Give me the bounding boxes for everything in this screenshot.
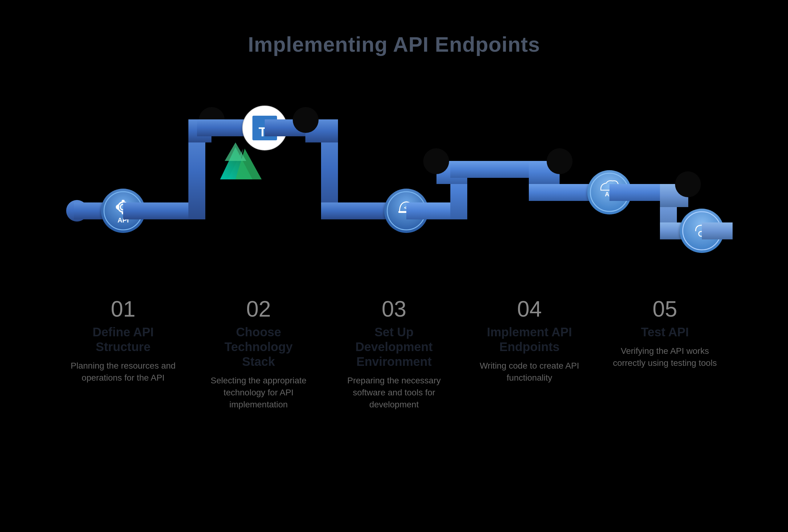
svg-rect-53 (702, 223, 733, 239)
step-3-label: 03 Set UpDevelopmentEnvironment Preparin… (336, 296, 452, 411)
svg-point-37 (423, 148, 449, 174)
step-5-number: 05 (653, 296, 677, 322)
step-1-desc: Planning the resources and operations fo… (65, 360, 182, 384)
main-container: Implementing API Endpoints (25, 20, 763, 512)
svg-point-28 (293, 107, 319, 133)
svg-rect-42 (529, 184, 590, 201)
svg-point-49 (675, 171, 701, 197)
step-2-title: ChooseTechnologyStack (224, 325, 292, 369)
step-3-desc: Preparing the necessary software and too… (336, 374, 452, 411)
step-4-desc: Writing code to create API functionality (471, 360, 588, 384)
step-4-label: 04 Implement APIEndpoints Writing code t… (471, 296, 588, 411)
step-2-number: 02 (246, 296, 271, 322)
svg-rect-29 (321, 202, 386, 219)
step-4-title: Implement APIEndpoints (487, 325, 572, 354)
step-1-label: 01 Define APIStructure Planning the reso… (65, 296, 182, 411)
svg-rect-16 (123, 202, 197, 219)
step-4-number: 04 (517, 296, 542, 322)
step-1-number: 01 (111, 296, 135, 322)
page-title: Implementing API Endpoints (248, 32, 540, 56)
pipeline-svg: API TS (55, 81, 733, 290)
svg-rect-7 (122, 200, 125, 202)
step-1-title: Define APIStructure (93, 325, 154, 354)
labels-row: 01 Define APIStructure Planning the reso… (55, 296, 733, 411)
diagram-area: API TS (25, 81, 763, 411)
svg-marker-58 (225, 142, 246, 161)
step-3-title: Set UpDevelopmentEnvironment (355, 325, 432, 369)
svg-point-41 (547, 148, 573, 174)
step-2-label: 02 ChooseTechnologyStack Selecting the a… (200, 296, 317, 411)
step-5-desc: Verifying the API works correctly using … (606, 345, 723, 369)
step-2-desc: Selecting the appropriate technology for… (200, 374, 317, 411)
step-3-number: 03 (382, 296, 406, 322)
step-5-label: 05 Test API Verifying the API works corr… (606, 296, 723, 411)
step-5-title: Test API (641, 325, 689, 340)
